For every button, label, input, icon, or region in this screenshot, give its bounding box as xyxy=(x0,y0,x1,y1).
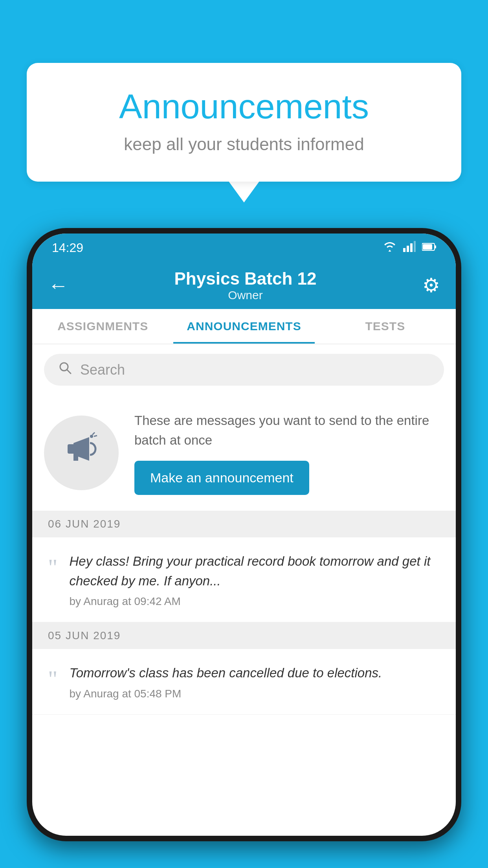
tab-assignments[interactable]: ASSIGNMENTS xyxy=(32,309,173,344)
app-bar: ← Physics Batch 12 Owner ⚙ xyxy=(32,262,456,309)
promo-icon-circle xyxy=(44,416,119,490)
svg-rect-0 xyxy=(403,248,405,252)
svg-rect-5 xyxy=(435,245,436,248)
promo-section: These are messages you want to send to t… xyxy=(32,395,456,511)
announcement-meta-1: by Anurag at 09:42 AM xyxy=(70,595,444,608)
date-separator-1: 06 JUN 2019 xyxy=(32,511,456,537)
svg-line-11 xyxy=(92,432,95,435)
search-icon xyxy=(58,361,72,379)
search-container: Search xyxy=(32,344,456,395)
battery-icon xyxy=(422,241,436,254)
make-announcement-button[interactable]: Make an announcement xyxy=(134,461,309,495)
status-bar: 14:29 xyxy=(32,234,456,262)
status-icons xyxy=(383,241,436,255)
tab-tests[interactable]: TESTS xyxy=(315,309,456,344)
announcement-text-1: Hey class! Bring your practical record b… xyxy=(70,552,444,590)
bubble-tail xyxy=(228,181,260,202)
megaphone-icon xyxy=(62,429,101,477)
tab-announcements[interactable]: ANNOUNCEMENTS xyxy=(173,309,314,344)
promo-content: These are messages you want to send to t… xyxy=(134,411,444,495)
search-placeholder: Search xyxy=(80,362,125,378)
quote-icon-1: " xyxy=(48,555,58,579)
status-time: 14:29 xyxy=(52,241,83,255)
svg-rect-3 xyxy=(414,241,416,252)
settings-button[interactable]: ⚙ xyxy=(422,274,440,297)
svg-rect-6 xyxy=(423,244,432,250)
speech-bubble: Announcements keep all your students inf… xyxy=(27,63,461,182)
promo-description: These are messages you want to send to t… xyxy=(134,411,444,450)
search-bar[interactable]: Search xyxy=(44,354,444,386)
app-bar-center: Physics Batch 12 Owner xyxy=(174,269,317,302)
announcement-item-2[interactable]: " Tomorrow's class has been cancelled du… xyxy=(32,649,456,715)
phone-wrapper: 14:29 xyxy=(27,228,461,868)
svg-line-12 xyxy=(94,436,97,436)
app-bar-title: Physics Batch 12 xyxy=(174,269,317,289)
bubble-subtitle: keep all your students informed xyxy=(58,134,430,154)
announcement-content-2: Tomorrow's class has been cancelled due … xyxy=(70,663,444,700)
phone-screen: 14:29 xyxy=(32,234,456,836)
date-separator-2: 05 JUN 2019 xyxy=(32,622,456,649)
quote-icon-2: " xyxy=(48,667,58,691)
svg-line-8 xyxy=(67,370,71,373)
announcement-text-2: Tomorrow's class has been cancelled due … xyxy=(70,663,444,683)
app-bar-subtitle: Owner xyxy=(174,289,317,302)
svg-rect-9 xyxy=(68,444,75,454)
back-button[interactable]: ← xyxy=(48,274,68,297)
announcement-item-1[interactable]: " Hey class! Bring your practical record… xyxy=(32,537,456,622)
wifi-icon xyxy=(383,241,397,255)
bubble-title: Announcements xyxy=(58,86,430,127)
announcement-meta-2: by Anurag at 05:48 PM xyxy=(70,688,444,700)
tab-bar: ASSIGNMENTS ANNOUNCEMENTS TESTS xyxy=(32,309,456,344)
phone-device: 14:29 xyxy=(27,228,461,841)
signal-icon xyxy=(403,241,416,255)
svg-rect-1 xyxy=(407,246,409,252)
announcement-content-1: Hey class! Bring your practical record b… xyxy=(70,552,444,608)
svg-point-10 xyxy=(90,435,93,438)
speech-bubble-section: Announcements keep all your students inf… xyxy=(27,63,461,202)
svg-rect-2 xyxy=(410,243,413,252)
